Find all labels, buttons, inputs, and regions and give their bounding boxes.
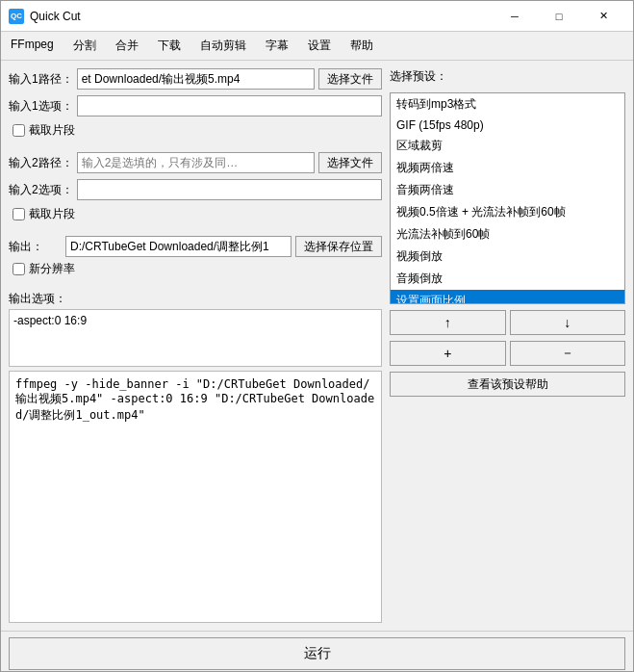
new-resolution-label: 新分辨率 — [29, 261, 75, 277]
menu-ffmpeg[interactable]: FFmpeg — [1, 34, 63, 58]
preset-add-button[interactable]: + — [390, 341, 506, 366]
output-path-field[interactable] — [65, 236, 292, 257]
preset-item-8[interactable]: 音频倒放 — [391, 268, 624, 290]
preset-up-button[interactable]: ↑ — [390, 310, 506, 335]
preset-item-1[interactable]: GIF (15fps 480p) — [391, 116, 624, 135]
window-controls: ─ □ ✕ — [493, 1, 625, 32]
input2-path-label: 输入2路径： — [9, 155, 73, 171]
input2-browse-button[interactable]: 选择文件 — [318, 152, 382, 173]
menu-merge[interactable]: 合并 — [106, 34, 148, 58]
input1-clip-row: 截取片段 — [13, 122, 382, 139]
preset-item-7[interactable]: 视频倒放 — [391, 246, 624, 268]
menu-split[interactable]: 分割 — [63, 34, 106, 58]
input2-options-field[interactable] — [77, 179, 382, 200]
input2-options-row: 输入2选项： — [9, 179, 382, 200]
menu-help[interactable]: 帮助 — [341, 34, 383, 58]
input1-options-label: 输入1选项： — [9, 98, 73, 115]
preset-item-5[interactable]: 视频0.5倍速 + 光流法补帧到60帧 — [391, 201, 624, 223]
input2-clip-label: 截取片段 — [29, 206, 75, 222]
preset-item-4[interactable]: 音频两倍速 — [391, 179, 624, 201]
new-resolution-row: 新分辨率 — [13, 261, 382, 277]
menu-subtitle[interactable]: 字幕 — [256, 34, 298, 58]
input2-clip-row: 截取片段 — [13, 206, 382, 222]
preset-item-2[interactable]: 区域裁剪 — [391, 135, 624, 157]
bottom-bar: 运行 — [1, 631, 633, 671]
main-window: QC Quick Cut ─ □ ✕ FFmpeg 分割 合并 下载 自动剪辑 … — [0, 0, 634, 672]
menu-auto-edit[interactable]: 自动剪辑 — [190, 34, 256, 58]
preset-down-button[interactable]: ↓ — [510, 310, 626, 335]
input1-options-row: 输入1选项： — [9, 95, 382, 116]
app-icon: QC — [9, 9, 24, 24]
run-button[interactable]: 运行 — [9, 637, 625, 670]
preset-item-3[interactable]: 视频两倍速 — [391, 157, 624, 179]
output-options-area: 输出选项： -aspect:0 16:9 — [9, 291, 382, 367]
menu-settings[interactable]: 设置 — [298, 34, 341, 58]
right-panel: 选择预设： 转码到mp3格式 GIF (15fps 480p) 区域裁剪 视频两… — [390, 68, 625, 623]
input1-browse-button[interactable]: 选择文件 — [318, 68, 382, 90]
input1-path-label: 输入1路径： — [9, 71, 73, 88]
input1-path-field[interactable] — [77, 68, 315, 90]
preset-move-buttons: ↑ ↓ — [390, 310, 625, 335]
output-browse-button[interactable]: 选择保存位置 — [295, 236, 382, 257]
title-bar: QC Quick Cut ─ □ ✕ — [1, 1, 633, 32]
input2-path-row: 输入2路径： 选择文件 — [9, 152, 382, 173]
new-resolution-checkbox[interactable] — [13, 263, 25, 275]
window-title: Quick Cut — [30, 10, 493, 23]
left-panel: 输入1路径： 选择文件 输入1选项： 截取片段 输入2路径： 选择文件 输入2选… — [9, 68, 382, 623]
input2-clip-checkbox[interactable] — [13, 208, 25, 220]
input1-path-row: 输入1路径： 选择文件 — [9, 68, 382, 90]
input2-options-label: 输入2选项： — [9, 182, 73, 198]
preset-help-button[interactable]: 查看该预设帮助 — [390, 372, 625, 397]
main-content: 输入1路径： 选择文件 输入1选项： 截取片段 输入2路径： 选择文件 输入2选… — [1, 61, 633, 631]
input1-clip-checkbox[interactable] — [13, 124, 25, 137]
preset-add-remove-buttons: + － — [390, 341, 625, 366]
menu-download[interactable]: 下载 — [148, 34, 190, 58]
preset-item-6[interactable]: 光流法补帧到60帧 — [391, 223, 624, 246]
output-options-label: 输出选项： — [9, 291, 382, 307]
preset-item-9[interactable]: 设置画面比例 — [391, 290, 624, 304]
preset-item-0[interactable]: 转码到mp3格式 — [391, 93, 624, 116]
command-display: ffmpeg -y -hide_banner -i "D:/CRTubeGet … — [9, 371, 382, 623]
output-label: 输出： — [9, 239, 62, 255]
preset-remove-button[interactable]: － — [510, 341, 626, 366]
input2-path-field[interactable] — [77, 152, 315, 173]
minimize-button[interactable]: ─ — [493, 1, 537, 32]
output-options-field[interactable]: -aspect:0 16:9 — [9, 309, 382, 367]
output-path-row: 输出： 选择保存位置 — [9, 236, 382, 257]
menu-bar: FFmpeg 分割 合并 下载 自动剪辑 字幕 设置 帮助 — [1, 32, 633, 61]
close-button[interactable]: ✕ — [581, 1, 625, 32]
maximize-button[interactable]: □ — [537, 1, 581, 32]
input1-options-field[interactable] — [77, 95, 382, 116]
input1-clip-label: 截取片段 — [29, 122, 75, 139]
preset-list: 转码到mp3格式 GIF (15fps 480p) 区域裁剪 视频两倍速 音频两… — [390, 92, 625, 304]
preset-label: 选择预设： — [390, 68, 625, 85]
